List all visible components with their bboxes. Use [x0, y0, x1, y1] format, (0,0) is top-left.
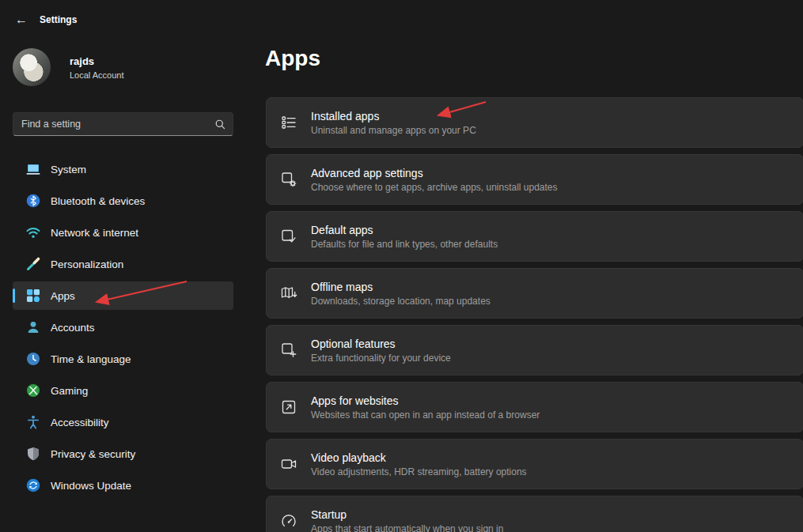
page-title: Apps — [265, 46, 320, 71]
card-subtitle: Choose where to get apps, archive apps, … — [311, 182, 558, 193]
card-title: Optional features — [311, 338, 451, 350]
card-subtitle: Video adjustments, HDR streaming, batter… — [311, 466, 527, 477]
card-subtitle: Uninstall and manage apps on your PC — [311, 125, 476, 136]
optional-features-icon — [280, 341, 297, 359]
card-advanced-app-settings[interactable]: Advanced app settings Choose where to ge… — [266, 154, 803, 205]
sidebar-item-network-internet[interactable]: Network & internet — [13, 218, 233, 247]
settings-card-list: Installed apps Uninstall and manage apps… — [266, 97, 803, 532]
sidebar-item-bluetooth-devices[interactable]: Bluetooth & devices — [13, 187, 233, 215]
time-language-icon — [25, 351, 41, 367]
startup-icon — [280, 512, 297, 530]
gaming-icon — [25, 383, 41, 398]
network-icon — [25, 224, 41, 240]
sidebar-item-gaming[interactable]: Gaming — [13, 376, 233, 405]
sidebar-item-time-language[interactable]: Time & language — [13, 345, 233, 373]
personalization-icon — [25, 256, 41, 272]
sidebar-item-label: Accounts — [51, 322, 95, 334]
card-subtitle: Downloads, storage location, map updates — [311, 296, 491, 307]
card-title: Default apps — [311, 224, 498, 236]
sidebar-item-accessibility[interactable]: Accessibility — [13, 408, 233, 436]
sidebar-item-privacy-security[interactable]: Privacy & security — [13, 440, 233, 468]
sidebar-item-system[interactable]: System — [13, 155, 233, 183]
card-video-playback[interactable]: Video playback Video adjustments, HDR st… — [266, 439, 803, 489]
sidebar-item-label: Network & internet — [51, 227, 138, 239]
back-button[interactable]: ← — [9, 9, 33, 30]
accounts-icon — [25, 319, 41, 335]
search-icon[interactable] — [214, 119, 226, 130]
sidebar-item-label: System — [51, 164, 86, 175]
sidebar-nav: System Bluetooth & devices Network & int… — [13, 155, 233, 503]
avatar[interactable] — [13, 48, 51, 86]
card-title: Offline maps — [311, 281, 491, 293]
sidebar-item-windows-update[interactable]: Windows Update — [13, 471, 233, 500]
sidebar-item-label: Gaming — [51, 385, 88, 397]
sidebar-item-apps[interactable]: Apps — [13, 281, 233, 310]
sidebar-item-label: Time & language — [51, 353, 131, 365]
card-apps-for-websites[interactable]: Apps for websites Websites that can open… — [266, 382, 803, 432]
bluetooth-icon — [25, 193, 41, 209]
sidebar-item-label: Accessibility — [51, 417, 109, 428]
sidebar-item-label: Apps — [51, 290, 75, 302]
sidebar-item-label: Windows Update — [51, 480, 131, 492]
search-box[interactable] — [13, 112, 233, 136]
apps-icon — [25, 288, 41, 304]
back-arrow-icon: ← — [15, 13, 28, 27]
video-playback-icon — [280, 455, 297, 473]
card-subtitle: Websites that can open in an app instead… — [311, 409, 540, 421]
search-input[interactable] — [21, 119, 214, 130]
sidebar-item-personalization[interactable]: Personalization — [13, 250, 233, 278]
sidebar-item-accounts[interactable]: Accounts — [13, 313, 233, 341]
sidebar-item-label: Bluetooth & devices — [51, 195, 145, 207]
sidebar-item-label: Personalization — [51, 258, 123, 270]
card-title: Advanced app settings — [311, 167, 558, 179]
privacy-icon — [25, 446, 41, 462]
account-type: Local Account — [70, 70, 124, 80]
card-title: Apps for websites — [311, 394, 540, 407]
account-header[interactable]: rajds Local Account — [13, 48, 124, 86]
system-icon — [25, 161, 41, 177]
card-startup[interactable]: Startup Apps that start automatically wh… — [266, 496, 803, 532]
sidebar-item-label: Privacy & security — [51, 448, 135, 460]
card-optional-features[interactable]: Optional features Extra functionality fo… — [266, 325, 803, 375]
user-name: rajds — [70, 55, 124, 67]
card-title: Installed apps — [311, 110, 476, 123]
card-offline-maps[interactable]: Offline maps Downloads, storage location… — [266, 268, 803, 319]
windows-update-icon — [25, 477, 41, 493]
card-subtitle: Extra functionality for your device — [311, 353, 451, 364]
default-apps-icon — [280, 228, 297, 245]
installed-apps-icon — [280, 114, 297, 131]
card-default-apps[interactable]: Default apps Defaults for file and link … — [266, 211, 803, 262]
card-subtitle: Apps that start automatically when you s… — [311, 523, 503, 532]
card-title: Video playback — [311, 451, 527, 464]
card-installed-apps[interactable]: Installed apps Uninstall and manage apps… — [266, 97, 803, 148]
card-title: Startup — [311, 508, 503, 521]
window-title: Settings — [40, 14, 77, 25]
advanced-app-settings-icon — [280, 171, 297, 188]
accessibility-icon — [25, 414, 41, 430]
offline-maps-icon — [280, 285, 297, 302]
apps-for-websites-icon — [280, 398, 297, 416]
card-subtitle: Defaults for file and link types, other … — [311, 239, 498, 250]
